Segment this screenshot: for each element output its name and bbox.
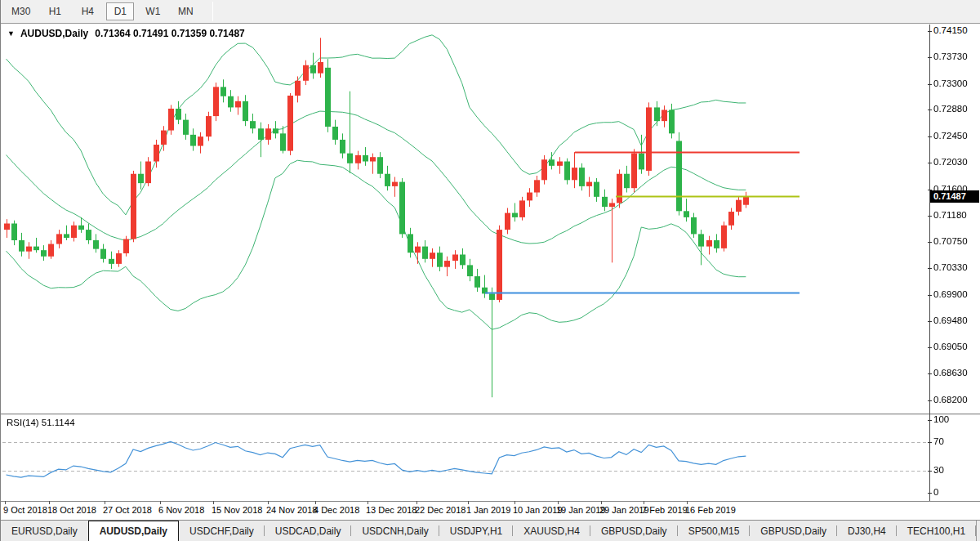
date-axis-tick <box>5 501 6 504</box>
timeframe-toolbar: M30H1H4D1W1MN <box>1 0 980 24</box>
price-axis-tick <box>928 216 932 217</box>
date-axis-label: 24 Nov 2018 <box>266 505 317 515</box>
price-axis-tick <box>928 321 932 322</box>
timeframe-button-h4[interactable]: H4 <box>74 2 101 20</box>
date-axis-label: 13 Dec 2018 <box>366 505 416 515</box>
chart-tab-sp500-8[interactable]: SP500,M15 <box>678 521 751 541</box>
rsi-axis-label: 30 <box>933 465 944 475</box>
chart-ohlc-values: 0.71364 0.71491 0.71359 0.71487 <box>95 28 245 39</box>
price-axis-label: 0.71600 <box>933 184 968 194</box>
price-axis-tick <box>928 57 932 58</box>
chart-tab-gbpusd-7[interactable]: GBPUSD,Daily <box>590 521 678 541</box>
price-axis-tick <box>928 84 932 85</box>
chart-tab-xauusd-6[interactable]: XAUUSD,H4 <box>513 521 590 541</box>
toolbar-separator <box>212 2 213 21</box>
symbol-tab-bar: EURUSD,DailyAUDUSD,DailyUSDCHF,DailyUSDC… <box>1 520 980 541</box>
price-axis-tick <box>928 295 932 296</box>
rsi-axis-label: 100 <box>933 414 949 424</box>
chevron-down-icon[interactable]: ▼ <box>7 29 15 38</box>
price-axis-tick <box>928 136 932 137</box>
date-axis-label: 7 Feb 2019 <box>642 505 688 515</box>
date-axis-tick <box>558 501 559 504</box>
price-chart-canvas[interactable] <box>2 25 929 414</box>
date-axis-tick <box>468 501 469 504</box>
timeframe-button-w1[interactable]: W1 <box>139 2 167 20</box>
date-axis-tick <box>315 501 316 504</box>
price-axis-tick <box>928 31 932 32</box>
price-axis-tick <box>928 373 932 374</box>
date-axis-tick <box>601 501 602 504</box>
chart-tab-usdjpy-5[interactable]: USDJPY,H1 <box>439 521 513 541</box>
price-axis-label: 0.72880 <box>933 104 968 114</box>
chart-tab-usdcad-3[interactable]: USDCAD,Daily <box>265 521 352 541</box>
price-axis-label: 0.69050 <box>933 342 968 351</box>
chart-tab-gbpusd-9[interactable]: GBPUSD,Daily <box>750 521 837 541</box>
price-axis-label: 0.70330 <box>933 262 968 272</box>
price-axis-label: 0.69480 <box>933 315 968 325</box>
rsi-axis-tick <box>928 493 932 494</box>
price-axis-label: 0.68630 <box>933 368 968 378</box>
rsi-axis-tick <box>928 420 932 421</box>
price-axis-label: 0.72030 <box>933 157 968 167</box>
timeframe-button-m30[interactable]: M30 <box>6 2 36 20</box>
price-axis-label: 0.73300 <box>933 78 968 88</box>
date-axis-label: 4 Dec 2018 <box>314 505 359 515</box>
timeframe-button-d1[interactable]: D1 <box>106 2 134 20</box>
timeframe-button-h1[interactable]: H1 <box>41 2 69 20</box>
price-axis-tick <box>928 347 932 348</box>
date-axis-tick <box>49 501 50 504</box>
price-axis-tick <box>928 190 932 190</box>
chart-tab-dj30-10[interactable]: DJ30,H4 <box>837 521 897 541</box>
date-axis-label: 16 Feb 2019 <box>685 505 736 515</box>
price-axis-label: 0.74150 <box>933 25 968 35</box>
date-axis-tick <box>644 501 644 504</box>
trading-terminal-window: M30H1H4D1W1MN ▼AUDUSD,Daily0.71364 0.714… <box>0 0 980 541</box>
price-axis-label: 0.71180 <box>933 210 967 220</box>
price-axis-label: 0.72450 <box>933 131 968 141</box>
date-axis-label: 9 Oct 2018 <box>3 505 47 515</box>
date-axis-label: 18 Oct 2018 <box>47 505 96 515</box>
price-axis-tick <box>928 268 932 269</box>
date-axis-tick <box>368 501 368 504</box>
date-axis-tick <box>105 501 105 504</box>
price-axis-label: 0.69900 <box>933 289 968 299</box>
tab-separator <box>975 525 976 536</box>
price-axis-label: 0.68200 <box>933 395 968 405</box>
rsi-chart-canvas[interactable] <box>2 415 929 500</box>
rsi-axis-tick <box>928 471 932 472</box>
price-axis-tick <box>928 242 932 243</box>
chart-symbol-label: AUDUSD,Daily <box>20 28 88 39</box>
chart-tab-tech100-11[interactable]: TECH100,H1 <box>897 521 976 541</box>
date-axis-tick <box>514 501 515 504</box>
date-axis-label: 6 Nov 2018 <box>158 505 204 515</box>
chart-tab-usdchf-2[interactable]: USDCHF,Daily <box>179 521 265 541</box>
price-axis-tick <box>928 110 932 110</box>
date-axis-label: 1 Jan 2019 <box>466 505 510 515</box>
date-axis-label: 15 Nov 2018 <box>212 505 262 515</box>
price-axis-label: 0.70750 <box>933 236 968 246</box>
chart-tab-audusd-1[interactable]: AUDUSD,Daily <box>88 521 179 541</box>
timeframe-button-mn[interactable]: MN <box>172 2 199 20</box>
date-axis-label: 10 Jan 2019 <box>513 505 563 515</box>
chart-tab-eurusd-0[interactable]: EURUSD,Daily <box>1 521 88 541</box>
date-axis-label: 19 Jan 2019 <box>556 505 606 515</box>
chart-tab-usdcnh-4[interactable]: USDCNH,Daily <box>351 521 439 541</box>
date-axis-tick <box>416 501 417 504</box>
rsi-indicator-label: RSI(14) 51.1144 <box>7 418 75 427</box>
rsi-axis-label: 0 <box>933 487 938 497</box>
tab-scroll-arrows: ◄ ► <box>976 521 980 541</box>
price-axis-label: 0.73730 <box>933 51 968 61</box>
rsi-indicator-panel <box>1 415 980 500</box>
date-axis-tick <box>268 501 269 504</box>
price-axis-tick <box>928 163 932 163</box>
date-axis-tick <box>213 501 214 504</box>
price-axis-border <box>929 25 930 501</box>
date-axis-tick <box>160 501 161 504</box>
chart-title: ▼AUDUSD,Daily0.71364 0.71491 0.71359 0.7… <box>7 28 245 39</box>
date-axis-tick <box>687 501 688 504</box>
date-axis-label: 22 Dec 2018 <box>415 505 466 515</box>
date-axis-label: 27 Oct 2018 <box>103 505 152 515</box>
rsi-axis-tick <box>928 442 932 443</box>
rsi-axis-label: 70 <box>933 436 944 446</box>
main-chart-panel <box>1 25 980 414</box>
